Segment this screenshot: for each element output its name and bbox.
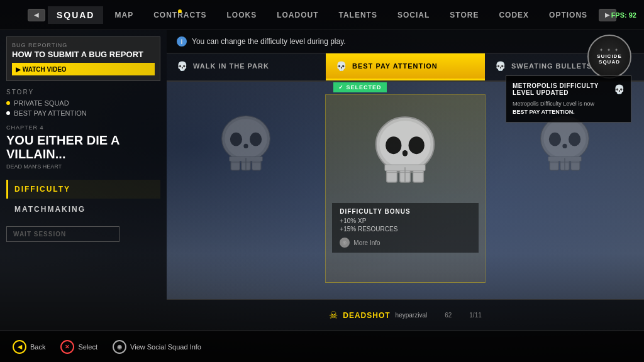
social-button-icon: ◉ xyxy=(113,340,126,354)
notification-body-text: Metropolis Difficulty Level is now xyxy=(513,101,594,107)
notification-highlight: BEST PAY ATTENTION. xyxy=(513,109,575,115)
bug-report-label: BUG REPORTING xyxy=(12,42,155,48)
svg-point-13 xyxy=(386,136,402,154)
chapter-label: CHAPTER 4 xyxy=(6,124,160,131)
deadshot-level-left: 62 xyxy=(445,312,452,319)
notification-body: Metropolis Difficulty Level is now BEST … xyxy=(513,100,625,116)
metropolis-notification: Metropolis Difficulty Level Updated 💀 Me… xyxy=(506,75,631,123)
deadshot-name: DEADSHOT xyxy=(343,311,390,320)
svg-point-2 xyxy=(230,133,242,146)
skull-svg-medium xyxy=(361,107,449,195)
story-dot-1 xyxy=(6,101,10,105)
nav-item-map[interactable]: MAP xyxy=(106,7,142,23)
bug-report-section: BUG REPORTING HOW TO SUBMIT A BUG REPORT… xyxy=(6,36,160,81)
top-navigation: ◀ SQUAD MAP CONTRACTS LOOKS LOADOUT TALE… xyxy=(0,0,644,30)
logo-line2: SQUAD xyxy=(597,59,621,65)
skull-icon-3: 💀 xyxy=(495,61,506,71)
more-info-icon: ⊕ xyxy=(340,238,350,248)
notification-icon: 💀 xyxy=(614,84,625,94)
info-bar: i You can change the difficulty level du… xyxy=(167,30,644,53)
story-section: STORY PRIVATE SQUAD BEST PAY ATTENTION xyxy=(6,89,160,117)
chapter-section: CHAPTER 4 YOU EITHER DIE A VILLAIN... DE… xyxy=(6,124,160,170)
back-label: Back xyxy=(30,343,45,351)
notification-title: Metropolis Difficulty Level Updated xyxy=(513,82,610,96)
nav-item-loadout[interactable]: LOADOUT xyxy=(268,7,327,23)
bug-report-bar[interactable]: ▶ WATCH VIDEO xyxy=(12,63,155,75)
tab-label-3: SWEATING BULLETS xyxy=(511,62,592,70)
story-item-private-squad: PRIVATE SQUAD xyxy=(6,99,160,107)
bottom-bar: ◀ Back ✕ Select ◉ View Social Squad Info xyxy=(0,331,644,362)
difficulty-bonus: Difficulty Bonus +10% XP +15% RESOURCES … xyxy=(332,203,478,253)
story-item-label-1: PRIVATE SQUAD xyxy=(14,99,69,107)
svg-point-24 xyxy=(549,133,561,146)
skull-panel-medium[interactable]: Difficulty Bonus +10% XP +15% RESOURCES … xyxy=(325,94,485,283)
social-label: View Social Squad Info xyxy=(130,343,201,351)
more-info-label: More Info xyxy=(353,239,380,246)
tab-walk-in-the-park[interactable]: 💀 WALK IN THE PARK xyxy=(167,53,326,80)
deadshot-username: heyparzival xyxy=(396,312,428,319)
tab-label-2: BEST PAY ATTENTION xyxy=(352,62,438,70)
difficulty-bonus-resources: +15% RESOURCES xyxy=(340,226,470,233)
bug-report-title: HOW TO SUBMIT A BUG REPORT xyxy=(12,50,155,59)
menu-item-matchmaking[interactable]: MATCHMAKING xyxy=(6,200,160,219)
skull-icon-2: 💀 xyxy=(336,61,347,71)
back-button-icon: ◀ xyxy=(13,340,26,354)
nav-item-codex[interactable]: CODEX xyxy=(490,7,538,23)
svg-point-26 xyxy=(562,144,567,148)
social-action[interactable]: ◉ View Social Squad Info xyxy=(113,340,201,354)
story-item-label-2: BEST PAY ATTENTION xyxy=(14,109,87,117)
info-icon: i xyxy=(177,36,187,47)
svg-point-14 xyxy=(409,136,425,154)
skull-icon-1: 💀 xyxy=(177,61,188,71)
wait-session-button[interactable]: WAIT SESSION xyxy=(6,226,119,242)
nav-item-squad[interactable]: SQUAD xyxy=(48,6,104,24)
skull-panel-easy[interactable] xyxy=(167,94,325,283)
deadshot-area: ☠ DEADSHOT heyparzival 62 1/11 xyxy=(167,299,644,331)
tab-label-1: WALK IN THE PARK xyxy=(193,62,269,70)
nav-items: SQUAD MAP CONTRACTS LOOKS LOADOUT TALENT… xyxy=(48,6,596,24)
left-panel: BUG REPORTING HOW TO SUBMIT A BUG REPORT… xyxy=(0,30,167,331)
fps-value: 92 xyxy=(629,11,636,19)
nav-dot xyxy=(178,9,182,13)
deadshot-icon: ☠ xyxy=(329,309,338,321)
notification-header: Metropolis Difficulty Level Updated 💀 xyxy=(513,82,625,96)
nav-back-icon[interactable]: ◀ xyxy=(28,9,45,21)
story-label: STORY xyxy=(6,89,160,96)
svg-point-25 xyxy=(569,133,580,146)
select-button-icon: ✕ xyxy=(60,340,74,354)
svg-point-4 xyxy=(244,144,248,148)
nav-item-social[interactable]: SOCIAL xyxy=(389,7,438,23)
nav-item-store[interactable]: STORE xyxy=(441,7,487,23)
deadshot-level-right: 1/11 xyxy=(469,312,481,319)
difficulty-bonus-xp: +10% XP xyxy=(340,217,470,224)
story-dot-2 xyxy=(6,111,10,115)
svg-point-15 xyxy=(402,150,408,156)
logo-circle: ✦ ✦ ✦ SUICIDE SQUAD xyxy=(587,35,631,79)
difficulty-bonus-title: Difficulty Bonus xyxy=(340,208,470,215)
nav-item-talents[interactable]: TALENTS xyxy=(330,7,386,23)
chapter-sub: DEAD MAN'S HEART xyxy=(6,163,160,170)
svg-point-3 xyxy=(250,133,262,146)
nav-item-looks[interactable]: LOOKS xyxy=(218,7,265,23)
more-info-button[interactable]: ⊕ More Info xyxy=(340,238,470,248)
menu-items: DIFFICULTY MATCHMAKING WAIT SESSION xyxy=(6,180,160,242)
fps-display: FPS: 92 xyxy=(611,11,636,19)
nav-contracts-wrapper: CONTRACTS xyxy=(145,7,215,23)
fps-label: FPS: xyxy=(611,11,627,19)
select-action[interactable]: ✕ Select xyxy=(60,340,97,354)
game-logo: ✦ ✦ ✦ SUICIDE SQUAD xyxy=(587,35,631,79)
select-label: Select xyxy=(78,343,97,351)
info-text: You can change the difficulty level duri… xyxy=(192,37,346,46)
back-action[interactable]: ◀ Back xyxy=(13,340,45,354)
tab-best-pay-attention[interactable]: 💀 BEST PAY ATTENTION ✓ SELECTED xyxy=(326,53,485,80)
menu-item-difficulty[interactable]: DIFFICULTY xyxy=(6,180,160,199)
skull-svg-easy xyxy=(208,107,284,182)
nav-item-options[interactable]: OPTIONS xyxy=(540,7,596,23)
chapter-title: YOU EITHER DIE A VILLAIN... xyxy=(6,133,160,161)
story-item-best-pay: BEST PAY ATTENTION xyxy=(6,109,160,117)
logo-line1: SUICIDE xyxy=(597,53,621,60)
